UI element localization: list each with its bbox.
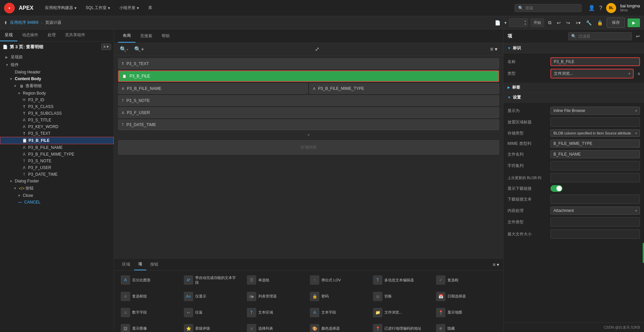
tab-help[interactable]: 帮助 <box>157 30 174 42</box>
prop-display-as-value[interactable]: Inline File Browse ▾ <box>550 107 640 115</box>
copy-icon[interactable]: ⧉ <box>547 18 553 27</box>
widget-toggle[interactable]: ◎ 切换 <box>370 290 431 303</box>
tree-item-components[interactable]: ▼ 组件 <box>0 61 114 69</box>
prop-name-value[interactable]: P3_B_FILE <box>550 57 640 66</box>
widget-number-field[interactable]: 1| 数字字段 <box>118 306 178 319</box>
nav-app-builder[interactable]: 应用程序构建器 ▾ <box>42 4 80 12</box>
widget-checkbox-group[interactable]: ≡ 复选框组 <box>118 290 178 303</box>
redo-icon[interactable]: ↪ <box>565 19 572 27</box>
tab-processing[interactable]: 处理 <box>43 30 60 41</box>
prop-charset-col-value[interactable] <box>550 161 640 170</box>
tree-item-p3-s-note[interactable]: T P3_S_NOTE <box>0 158 114 164</box>
tree-item-p3-k-class[interactable]: T P3_K_CLASS <box>0 103 114 110</box>
tab-layout[interactable]: 布局 <box>118 30 136 43</box>
tree-item-p3-key-word[interactable]: A P3_KEY_WORD <box>0 123 114 130</box>
tree-item-p3-k-subclass[interactable]: T P3_K_SUBCLASS <box>0 110 114 117</box>
new-page-icon[interactable]: 📄 <box>493 19 502 27</box>
notifications-icon[interactable]: 👤 <box>588 5 595 11</box>
start-button[interactable]: 开始 <box>531 18 544 27</box>
widget-list-manager[interactable]: ≡▶ 列表管理器 <box>244 290 305 303</box>
zoom-out-icon[interactable]: 🔍- <box>118 45 130 53</box>
undo-icon[interactable]: ↩ <box>555 19 562 27</box>
widget-password[interactable]: 🔒 密码 <box>307 290 368 303</box>
canvas-p3-b-file-mime[interactable]: A P3_B_FILE_MIME_TYPE <box>309 83 499 94</box>
widget-hidden[interactable]: 👁 隐藏 <box>433 322 494 332</box>
section-header-label[interactable]: ▶ 标签 <box>503 82 644 93</box>
widget-color-picker[interactable]: 🎨 颜色选择器 <box>307 322 368 332</box>
breadcrumb-app[interactable]: 应用程序 94869 <box>10 20 39 25</box>
prop-max-file-size-value[interactable] <box>550 229 640 239</box>
nav-team-dev[interactable]: 小组开发 ▾ <box>116 4 142 12</box>
canvas-p3-s-note[interactable]: T P3_S_NOTE <box>118 95 499 106</box>
page-up-arrow[interactable]: ▲ <box>523 19 528 23</box>
zoom-in-icon[interactable]: 🔍+ <box>132 45 146 53</box>
tree-item-cancel[interactable]: — CANCEL <box>0 199 114 206</box>
page-number-input[interactable]: 3 <box>509 19 523 26</box>
page-down-arrow[interactable]: ▼ <box>523 23 528 26</box>
prop-file-name-col-value[interactable]: B_FILE_NAME <box>550 150 640 158</box>
user-menu[interactable]: BL bai longma blma <box>606 3 640 13</box>
tab-page-search[interactable]: 页搜索 <box>136 30 157 42</box>
tree-item-p3-date-time[interactable]: T P3_DATE_TIME <box>0 171 114 178</box>
search-input[interactable] <box>525 6 572 10</box>
tree-item-p3-s-title[interactable]: A P3_S_TITLE <box>0 117 114 123</box>
tree-item-dialog-header[interactable]: Dialog Header <box>0 69 114 75</box>
prop-storage-type-value[interactable]: BLOB column specified in Item Source att… <box>550 129 640 137</box>
canvas-p3-date-time[interactable]: T P3_DATE_TIME <box>118 119 499 130</box>
tree-item-p3-s-text[interactable]: T P3_S_TEXT <box>0 130 114 137</box>
prop-type-value[interactable]: 文件浏览... ▾ <box>550 69 634 78</box>
right-panel-menu-icon[interactable]: ↩ <box>636 34 640 39</box>
tree-item-close[interactable]: ▼ Close <box>0 192 114 199</box>
widget-star-rating[interactable]: ⭐ 星级评级 <box>181 322 241 332</box>
section-header-settings[interactable]: ▼ 设置 <box>503 93 644 103</box>
widget-select-list[interactable]: ≡ 选择列表 <box>244 322 305 332</box>
tree-item-kanmingxi[interactable]: ▼ 🖥 查看明细 <box>0 82 114 90</box>
widget-percent-chart[interactable]: A 百分比图形 <box>118 273 178 287</box>
widget-popup-lov[interactable]: ↑ 弹出式 LOV <box>307 273 368 287</box>
center-menu-icon[interactable]: ≡ ▾ <box>488 45 499 53</box>
expand-icon[interactable]: ⤢ <box>313 45 321 53</box>
help-icon[interactable]: ? <box>599 5 602 11</box>
widget-rich-text[interactable]: T 多信息文本编辑器 <box>370 273 431 287</box>
settings-icon[interactable]: 🔧 <box>585 19 593 27</box>
tree-item-p3-p-id[interactable]: 👁 P3_P_ID <box>0 97 114 103</box>
tree-item-render-before[interactable]: ▶ 呈现前 <box>0 53 114 61</box>
widget-text-field[interactable]: A 文本字段 <box>307 306 368 319</box>
tree-item-content-body[interactable]: ▼ Content Body <box>0 75 114 82</box>
widget-file-browse[interactable]: 📁 文件浏览... <box>370 306 431 319</box>
tree-item-p3-b-file-name[interactable]: A P3_B_FILE_NAME <box>0 144 114 151</box>
tree-item-dialog-footer[interactable]: ▼ Dialog Footer <box>0 178 114 184</box>
nav-sql-workshop[interactable]: SQL 工作室 ▾ <box>83 4 114 12</box>
widget-autocomplete-text[interactable]: A* 带自动完成功能的文本字段 <box>181 273 241 287</box>
widget-display-only[interactable]: A= 仅显示 <box>181 290 241 303</box>
page-menu-button[interactable]: ≡ ▾ <box>101 44 111 50</box>
tab-region[interactable]: 区域 <box>118 259 134 270</box>
tab-render[interactable]: 呈现 <box>0 30 17 41</box>
tab-dynamic-actions[interactable]: 动态操作 <box>17 30 43 41</box>
tree-item-p3-f-user[interactable]: A P3_F_USER <box>0 164 114 171</box>
canvas-p3-b-file[interactable]: 📋 P3_B_FILE <box>118 70 499 82</box>
bottom-panel-menu[interactable]: ≡ ▾ <box>493 262 499 267</box>
run-button[interactable]: ▶ <box>628 18 640 27</box>
add-icon[interactable]: +▾ <box>574 19 582 27</box>
tree-item-region-body[interactable]: ▼ Region Body <box>0 90 114 97</box>
tree-item-p3-b-file-mime[interactable]: A P3_B_FILE_MIME_TYPE <box>0 151 114 158</box>
section-header-identification[interactable]: ▼ 标识 <box>503 43 644 53</box>
prop-placeholder-area-value[interactable] <box>550 117 640 127</box>
prop-mime-type-col-value[interactable]: B_FILE_MIME_TYPE <box>550 140 640 148</box>
widget-return[interactable]: ↩ 往返 <box>181 306 241 319</box>
prop-download-link-text-value[interactable] <box>550 195 640 204</box>
tree-item-p3-b-file[interactable]: 📋 P3_B_FILE <box>0 137 114 144</box>
canvas-p3-s-text[interactable]: T P3_S_TEXT <box>118 58 499 69</box>
prop-last-updated-blob-value[interactable] <box>550 173 640 182</box>
widget-display-map[interactable]: 📍 显示地图 <box>433 306 494 319</box>
type-info-icon[interactable]: ≡ <box>638 71 640 76</box>
widget-geocoded-address[interactable]: 📍 已进行地理编码的地址 <box>370 322 431 332</box>
tab-items[interactable]: 项 <box>134 259 146 270</box>
prop-show-download-link-toggle[interactable] <box>550 185 562 192</box>
tab-shared-components[interactable]: 页共享组件 <box>60 30 90 41</box>
prop-file-type-value[interactable] <box>550 217 640 227</box>
widget-date-picker[interactable]: 📅 日期选择器 <box>433 290 494 303</box>
canvas-p3-b-file-name[interactable]: A P3_B_FILE_NAME <box>118 83 308 94</box>
widget-radio-group[interactable]: ☰ 单选组 <box>244 273 305 287</box>
